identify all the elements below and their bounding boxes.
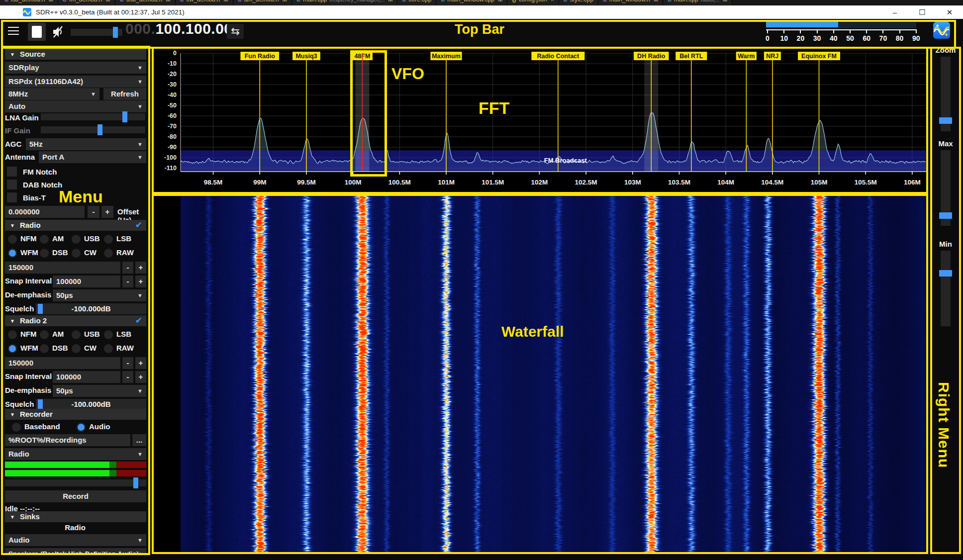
close-button[interactable]: ✕: [944, 7, 955, 18]
snap-minus-button[interactable]: -: [122, 276, 133, 287]
offset-minus-button[interactable]: -: [88, 206, 99, 218]
deemphasis-select[interactable]: 50µs▼: [53, 385, 146, 397]
lna-gain-handle[interactable]: [122, 111, 127, 122]
mode-dsb[interactable]: DSB: [40, 342, 68, 354]
mode-nfm[interactable]: NFM: [8, 233, 37, 245]
editor-tab[interactable]: Ccore.cpp: [397, 0, 436, 5]
recorder-mode-baseband[interactable]: Baseband: [12, 421, 60, 433]
bandwidth-minus-button[interactable]: -: [122, 357, 133, 369]
antenna-select[interactable]: Port A▼: [39, 151, 146, 163]
mode-dsb[interactable]: DSB: [40, 247, 68, 259]
volume-slider-handle[interactable]: [113, 27, 118, 38]
source-device-select[interactable]: RSPdx (191106DA42)▼: [5, 76, 146, 88]
enabled-check-icon[interactable]: ✔: [135, 315, 142, 326]
snap-interval-input[interactable]: 100000: [53, 276, 120, 287]
record-button[interactable]: Record: [5, 490, 146, 502]
volume-slider[interactable]: [71, 29, 122, 36]
editor-tab[interactable]: Cusb_demod.hM: [115, 0, 176, 5]
mode-lsb[interactable]: LSB: [104, 233, 131, 245]
editor-tab[interactable]: Cfm_demod.hM: [58, 0, 115, 5]
bandwidth-select[interactable]: 8MHz▼: [5, 88, 99, 100]
mode-wfm[interactable]: WFM: [8, 247, 38, 259]
minimize-button[interactable]: –: [889, 7, 900, 18]
editor-tab[interactable]: Ccw_demod.hM: [176, 0, 233, 5]
lna-gain-slider[interactable]: [41, 113, 145, 120]
stop-button[interactable]: [28, 23, 46, 41]
mode-wfm[interactable]: WFM: [8, 342, 38, 354]
vfo-swap-button[interactable]: ⇆: [227, 24, 244, 39]
mode-bandwidth-input[interactable]: 150000: [5, 357, 120, 369]
squelch-slider[interactable]: -100.000dB: [36, 399, 146, 410]
snap-plus-button[interactable]: +: [135, 371, 146, 383]
if-mode-select[interactable]: Auto▼: [5, 100, 146, 112]
frequency-display[interactable]: 000.100.100.000: [125, 20, 241, 37]
radio-section-header[interactable]: ▼Radio 2✔: [5, 315, 146, 326]
if-gain-slider[interactable]: [41, 126, 145, 133]
recordings-path-input[interactable]: %ROOT%/Recordings: [5, 434, 130, 446]
mode-usb[interactable]: USB: [72, 328, 100, 340]
max-slider[interactable]: [941, 150, 951, 226]
header-file-icon: C: [238, 0, 242, 2]
zoom-slider[interactable]: [941, 57, 951, 131]
recorder-volume-handle[interactable]: [133, 477, 138, 488]
snap-plus-button[interactable]: +: [135, 276, 146, 287]
mode-nfm[interactable]: NFM: [8, 328, 37, 340]
snap-minus-button[interactable]: -: [122, 371, 133, 383]
editor-tab[interactable]: Cmain_window.cppM: [436, 0, 507, 5]
fft-gain-scale[interactable]: 0102030405060708090: [766, 21, 916, 43]
mode-cw[interactable]: CW: [72, 247, 96, 259]
max-slider-handle[interactable]: [939, 212, 952, 219]
agc-select[interactable]: 5Hz▼: [26, 138, 146, 150]
sink-stream-name: Radio: [1, 523, 149, 532]
mode-raw[interactable]: RAW: [104, 247, 134, 259]
source-driver-select[interactable]: SDRplay▼: [5, 62, 146, 74]
mute-button[interactable]: [49, 23, 67, 41]
bandwidth-plus-button[interactable]: +: [135, 357, 146, 369]
close-tab-icon[interactable]: ×: [551, 0, 554, 2]
mode-usb[interactable]: USB: [72, 233, 100, 245]
zoom-slider-handle[interactable]: [939, 117, 952, 124]
radio-section-header[interactable]: ▼Radio✔: [5, 220, 146, 231]
sink-device-select[interactable]: Speakers (Realtek High Definition Audio)…: [5, 548, 146, 553]
source-section-header[interactable]: ▼Source: [5, 49, 146, 60]
offset-input[interactable]: 0.000000: [5, 206, 85, 218]
mode-bandwidth-input[interactable]: 150000: [5, 262, 120, 274]
squelch-slider[interactable]: -100.000dB: [36, 303, 146, 314]
browse-button[interactable]: ...: [132, 434, 146, 446]
editor-tab[interactable]: {}config.json×: [507, 0, 559, 5]
refresh-button[interactable]: Refresh: [103, 88, 146, 100]
recorder-stream-select[interactable]: Radio▼: [5, 448, 146, 460]
editor-tab[interactable]: Cmain.cppradio(...M: [663, 0, 732, 5]
maximize-button[interactable]: ☐: [917, 7, 928, 18]
enabled-check-icon[interactable]: ✔: [135, 220, 142, 231]
mode-raw[interactable]: RAW: [104, 342, 134, 354]
offset-plus-button[interactable]: +: [101, 206, 113, 218]
dab-notch-checkbox[interactable]: [7, 180, 17, 189]
recorder-volume-slider[interactable]: [5, 479, 146, 486]
snap-interval-input[interactable]: 100000: [53, 371, 120, 383]
bandwidth-minus-button[interactable]: -: [122, 262, 133, 274]
editor-tab[interactable]: Cam_demod.hM: [233, 0, 292, 5]
editor-tab[interactable]: Cmain_window.hM: [598, 0, 663, 5]
bandwidth-plus-button[interactable]: +: [135, 262, 146, 274]
mode-cw[interactable]: CW: [72, 342, 96, 354]
mode-am[interactable]: AM: [40, 328, 64, 340]
deemphasis-select[interactable]: 50µs▼: [53, 289, 146, 301]
recorder-section-header[interactable]: ▼Recorder: [5, 409, 146, 420]
bias-t-checkbox[interactable]: [7, 192, 17, 202]
menu-hamburger-button[interactable]: [5, 24, 22, 39]
waterfall-display[interactable]: [181, 194, 926, 552]
editor-tab[interactable]: Cmain.cppfrequency_manager(...M: [292, 0, 398, 5]
sink-type-select[interactable]: Audio▼: [5, 534, 146, 546]
min-slider-handle[interactable]: [939, 270, 952, 277]
if-gain-handle[interactable]: [97, 124, 102, 135]
min-slider[interactable]: [941, 251, 951, 326]
mode-am[interactable]: AM: [40, 233, 64, 245]
editor-tab[interactable]: Clsb_demod.hM: [0, 0, 58, 5]
fm-notch-checkbox[interactable]: [7, 167, 17, 177]
editor-tab[interactable]: Cstyle.cpp: [559, 0, 598, 5]
recorder-mode-audio[interactable]: Audio: [77, 421, 110, 433]
sinks-section-header[interactable]: ▼Sinks: [5, 511, 146, 522]
fft-display[interactable]: Fun RadioMusiq348FMMaximumRadio ContactD…: [152, 47, 928, 192]
mode-lsb[interactable]: LSB: [104, 328, 131, 340]
